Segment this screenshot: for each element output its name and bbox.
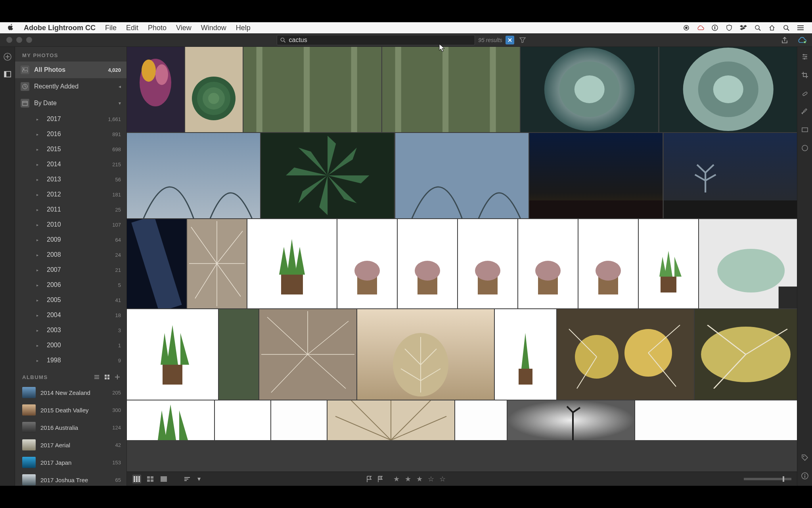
sidebar-year-item[interactable]: ▸200824 <box>15 247 126 262</box>
sidebar-year-item[interactable]: ▸2010107 <box>15 217 126 232</box>
photo-thumbnail[interactable] <box>695 309 797 400</box>
minimize-window-icon[interactable] <box>16 37 22 43</box>
menu-icon[interactable] <box>796 23 805 32</box>
sidebar-year-item[interactable]: ▸20065 <box>15 277 126 292</box>
flag-reject-icon[interactable] <box>376 475 385 483</box>
photo-thumbnail[interactable] <box>495 309 556 400</box>
zoom-window-icon[interactable] <box>26 37 32 43</box>
share-icon[interactable] <box>779 37 790 44</box>
sidebar-year-item[interactable]: ▸200964 <box>15 232 126 247</box>
photo-thumbnail[interactable] <box>395 133 529 218</box>
sidebar-year-item[interactable]: ▸200721 <box>15 262 126 277</box>
menu-photo[interactable]: Photo <box>148 24 167 32</box>
photo-thumbnail[interactable] <box>215 400 270 440</box>
thumbnail-size-slider[interactable] <box>744 478 791 480</box>
sidebar-year-item[interactable]: ▸201356 <box>15 172 126 187</box>
photo-thumbnail[interactable] <box>127 133 260 218</box>
sidebar-year-item[interactable]: ▸2016891 <box>15 127 126 142</box>
add-album-icon[interactable] <box>114 373 121 381</box>
sort-dropdown-icon[interactable]: ▾ <box>197 475 201 483</box>
photo-thumbnail[interactable] <box>271 400 327 440</box>
square-grid-view-icon[interactable] <box>146 475 155 483</box>
close-window-icon[interactable] <box>6 37 12 43</box>
radial-gradient-icon[interactable] <box>801 144 809 152</box>
photo-thumbnail[interactable] <box>398 219 457 308</box>
sidebar-year-item[interactable]: ▸20033 <box>15 323 126 338</box>
sidebar-item-recently-added[interactable]: Recently Added ◂ <box>15 78 126 95</box>
keywords-icon[interactable] <box>801 453 809 462</box>
photo-thumbnail[interactable] <box>127 400 214 440</box>
photo-thumbnail[interactable] <box>261 133 394 218</box>
list-view-icon[interactable] <box>93 373 100 381</box>
photo-thumbnail[interactable] <box>219 309 259 400</box>
myphotos-panel-icon[interactable] <box>3 70 12 79</box>
photo-thumbnail[interactable] <box>382 47 520 132</box>
menubar-app-name[interactable]: Adobe Lightroom CC <box>24 24 96 32</box>
photo-grid-view-icon[interactable] <box>132 475 141 483</box>
record-icon[interactable] <box>682 23 691 32</box>
photo-thumbnail[interactable] <box>521 47 659 132</box>
info-icon[interactable] <box>801 471 809 480</box>
photo-thumbnail[interactable] <box>557 309 694 400</box>
clear-search-button[interactable] <box>506 36 514 44</box>
photo-thumbnail[interactable] <box>518 219 578 308</box>
sidebar-item-all-photos[interactable]: All Photos 4,020 <box>15 62 126 78</box>
album-item[interactable]: 2017 Joshua Tree65 <box>15 471 126 486</box>
photo-thumbnail[interactable] <box>243 47 381 132</box>
sidebar-item-by-date[interactable]: By Date ▾ <box>15 95 126 112</box>
photo-grid[interactable] <box>127 47 797 471</box>
menu-file[interactable]: File <box>105 24 117 32</box>
sort-icon[interactable] <box>183 475 192 483</box>
home-icon[interactable] <box>768 23 776 32</box>
sidebar-year-item[interactable]: ▸20171,661 <box>15 112 126 127</box>
album-item[interactable]: 2016 Australia124 <box>15 419 126 436</box>
apple-icon[interactable] <box>7 23 14 33</box>
add-photos-icon[interactable] <box>3 52 12 61</box>
photo-thumbnail[interactable] <box>127 309 218 400</box>
sidebar-year-item[interactable]: ▸2015698 <box>15 142 126 157</box>
album-item[interactable]: 2014 New Zealand205 <box>15 384 126 401</box>
cloud-sync-icon[interactable] <box>797 37 807 43</box>
photo-thumbnail[interactable] <box>127 47 184 132</box>
photo-thumbnail[interactable] <box>337 219 397 308</box>
filter-icon[interactable] <box>517 37 528 43</box>
photo-thumbnail[interactable] <box>659 47 797 132</box>
spotlight-icon[interactable] <box>782 23 791 32</box>
onepass-icon[interactable] <box>710 23 719 32</box>
album-item[interactable]: 2015 Death Valley300 <box>15 401 126 419</box>
menu-window[interactable]: Window <box>201 24 226 32</box>
sidebar-year-item[interactable]: ▸200541 <box>15 292 126 308</box>
photo-thumbnail[interactable] <box>327 400 454 440</box>
linear-gradient-icon[interactable] <box>801 125 809 134</box>
sidebar-year-item[interactable]: ▸19989 <box>15 353 126 368</box>
grid-view-icon[interactable] <box>103 373 111 381</box>
healing-brush-icon[interactable] <box>801 89 809 98</box>
sidebar-year-item[interactable]: ▸200418 <box>15 308 126 323</box>
detail-view-icon[interactable] <box>159 475 168 483</box>
rating-stars[interactable]: ★ ★ ★ ☆ ☆ <box>393 475 447 483</box>
sidebar-year-item[interactable]: ▸20001 <box>15 338 126 353</box>
photo-thumbnail[interactable] <box>187 219 247 308</box>
photo-thumbnail[interactable] <box>247 219 337 308</box>
photo-thumbnail[interactable] <box>455 400 507 440</box>
photo-thumbnail[interactable] <box>127 219 186 308</box>
photo-thumbnail[interactable] <box>699 219 797 308</box>
photo-thumbnail[interactable] <box>259 309 356 400</box>
photo-thumbnail[interactable] <box>578 219 638 308</box>
sidebar-year-item[interactable]: ▸2012181 <box>15 187 126 202</box>
menu-view[interactable]: View <box>176 24 192 32</box>
cc-cloud-icon[interactable] <box>696 23 705 32</box>
window-controls[interactable] <box>6 37 32 43</box>
menu-help[interactable]: Help <box>236 24 251 32</box>
sidebar-year-item[interactable]: ▸2014215 <box>15 157 126 172</box>
sidebar-year-item[interactable]: ▸201125 <box>15 202 126 217</box>
photo-thumbnail[interactable] <box>635 400 797 440</box>
shield-icon[interactable] <box>725 23 733 32</box>
album-item[interactable]: 2017 Aerial42 <box>15 436 126 454</box>
crop-icon[interactable] <box>801 71 809 79</box>
album-item[interactable]: 2017 Japan153 <box>15 454 126 471</box>
photo-thumbnail[interactable] <box>458 219 517 308</box>
photo-thumbnail[interactable] <box>664 133 797 218</box>
search-box[interactable] <box>277 35 475 45</box>
photo-thumbnail[interactable] <box>357 309 494 400</box>
